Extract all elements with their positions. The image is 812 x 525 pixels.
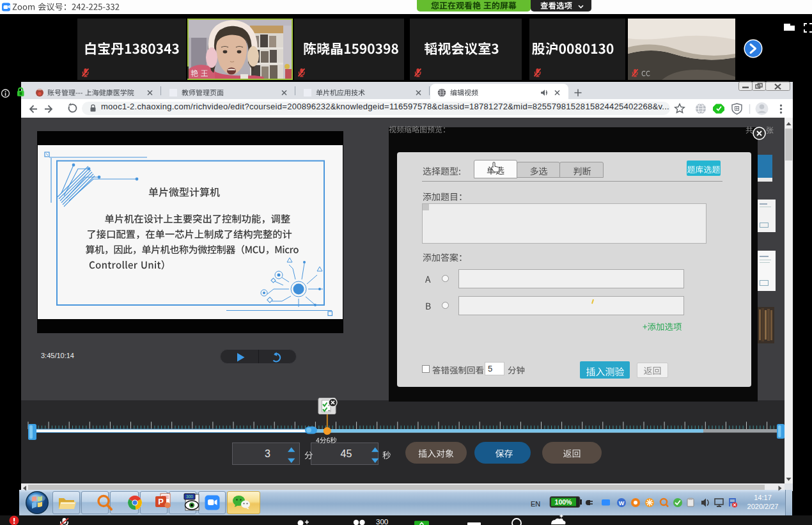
svg-text:100%: 100%: [555, 498, 573, 506]
svg-text:300: 300: [186, 494, 193, 499]
svg-text:W: W: [619, 500, 625, 506]
svg-text:300: 300: [376, 518, 388, 525]
svg-text:P: P: [158, 497, 164, 506]
